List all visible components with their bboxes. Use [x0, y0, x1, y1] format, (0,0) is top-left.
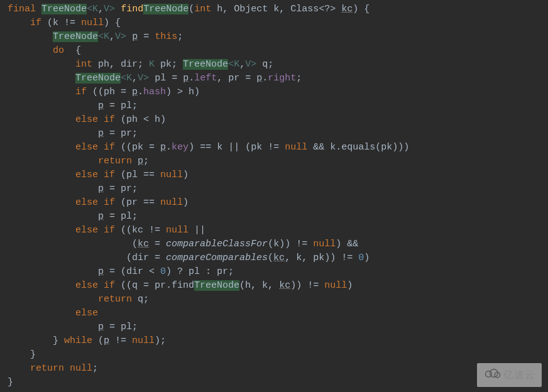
code-block: final TreeNode<K,V> findTreeNode(int h, …: [8, 3, 540, 389]
code-line: else if (pl == null): [8, 170, 189, 180]
code-line: else if (pr == null): [8, 197, 189, 208]
code-line: TreeNode<K,V> p = this;: [8, 31, 183, 42]
code-line: else if ((kc != null ||: [8, 225, 206, 236]
code-line: else if ((q = pr.findTreeNode(h, k, kc))…: [8, 280, 353, 291]
code-line: else: [8, 308, 98, 318]
watermark: 亿速云: [477, 363, 542, 387]
code-line: }: [8, 377, 13, 388]
code-line: p = pr;: [8, 183, 138, 194]
code-line: p = pl;: [8, 211, 138, 222]
code-line: else if (ph < h): [8, 114, 166, 125]
code-line: return null;: [8, 363, 98, 374]
code-line: }: [8, 349, 36, 360]
cloud-icon: [483, 367, 501, 383]
code-line: p = pr;: [8, 128, 138, 139]
code-line: TreeNode<K,V> pl = p.left, pr = p.right;: [8, 73, 302, 84]
code-line: (kc = comparableClassFor(k)) != null) &&: [8, 239, 358, 249]
code-line: (dir = compareComparables(kc, k, pk)) !=…: [8, 253, 370, 263]
code-line: } while (p != null);: [8, 335, 166, 346]
code-line: final TreeNode<K,V> findTreeNode(int h, …: [8, 4, 370, 14]
code-line: do {: [8, 45, 81, 56]
code-line: p = pl;: [8, 101, 138, 111]
code-line: p = pl;: [8, 322, 138, 332]
code-line: int ph, dir; K pk; TreeNode<K,V> q;: [8, 59, 273, 70]
code-line: p = (dir < 0) ? pl : pr;: [8, 266, 234, 277]
code-line: if ((ph = p.hash) > h): [8, 87, 200, 97]
code-line: return p;: [8, 156, 149, 166]
watermark-text: 亿速云: [503, 368, 535, 382]
code-line: if (k != null) {: [8, 18, 121, 28]
code-line: return q;: [8, 294, 149, 305]
code-line: else if ((pk = p.key) == k || (pk != nul…: [8, 142, 409, 153]
